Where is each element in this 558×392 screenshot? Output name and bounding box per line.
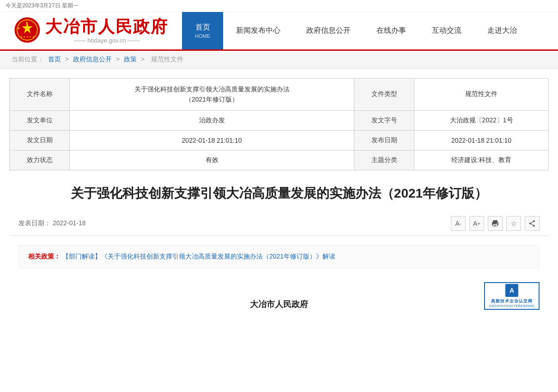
article-date: 发表日期： 2022-01-18 [18,219,86,228]
related-policy: 相关政策： 【部门解读】《关于强化科技创新支撑引领大冶高质量发展的实施办法（20… [18,245,540,268]
logo-text-block: 大冶市人民政府 —— hbdaye.gov.cn —— [45,18,168,44]
value-status: 有效 [70,150,354,170]
article-title: 关于强化科技创新支撑引领大冶高质量发展的实施办法（2021年修订版） [18,184,540,202]
article-meta: 发表日期： 2022-01-18 A- A+ ☆ [9,211,549,236]
nav-label-about: 走进大治 [487,26,517,36]
table-row-issuer: 发文单位 治政办发 发文字号 大治政规〔2022〕1号 [10,110,549,130]
table-row-status: 效力状态 有效 主题分类 经济建设:科技、教育 [10,150,549,170]
svg-point-13 [533,220,535,222]
nav-item-info[interactable]: 政府信息公开 [293,12,364,49]
label-topic: 主题分类 [354,150,414,170]
bookmark-button[interactable]: ☆ [506,216,521,231]
breadcrumb-policy[interactable]: 政策 [124,55,137,63]
breadcrumb-govinfo[interactable]: 政府信息公开 [73,55,112,63]
nav-label-news: 新闻发布中心 [236,26,280,36]
value-docnumber: 大治政规〔2022〕1号 [414,110,549,130]
value-issuer: 治政办发 [70,110,354,130]
main-content: 文件名称 关于强化科技创新支撑引领大冶高质量发展的实施办法（2021年修订版） … [0,69,558,324]
svg-rect-11 [494,225,496,226]
nav-label-service: 在线办事 [376,26,406,36]
font-decrease-button[interactable]: A- [451,216,466,231]
sponsor-box-inner: A 高新技术企业认定网 GAOXINJISHUYERENDING [489,284,534,308]
breadcrumb-home[interactable]: 首页 [48,55,61,63]
sponsor-text: 高新技术企业认定网 [491,298,533,304]
font-increase-button[interactable]: A+ [469,216,484,231]
svg-line-16 [531,222,533,223]
value-filename: 关于强化科技创新支撑引领大冶高质量发展的实施办法（2021年修订版） [70,78,354,111]
label-issuedate: 发文日期 [10,130,70,150]
nav-label-info: 政府信息公开 [306,26,351,36]
sponsor-logo: A 高新技术企业认定网 GAOXINJISHUYERENDING [484,282,540,310]
breadcrumb-current: 规范性文件 [151,55,183,63]
nav-label-home: 首页 [195,23,210,32]
sponsor-icon: A [505,284,518,297]
nav-item-news[interactable]: 新闻发布中心 [223,12,293,49]
svg-rect-10 [494,225,497,225]
breadcrumb-sep2: > [116,55,121,63]
value-filetype: 规范性文件 [414,78,549,111]
related-link[interactable]: 【部门解读】《关于强化科技创新支撑引领大冶高质量发展的实施办法（2021年修订版… [62,253,335,260]
breadcrumb-sep1: > [65,55,71,63]
top-bar: 今天是2023年3月27日 星期一 [0,0,558,12]
date-label: 发表日期： [18,219,51,227]
print-button[interactable] [488,216,503,231]
label-docnumber: 发文字号 [354,110,414,130]
label-pubdate: 发布日期 [354,130,414,150]
logo-sub-text: —— hbdaye.gov.cn —— [45,37,168,44]
logo-title: ✦ ✦ ✦ ✦ ✦ 大冶市人民政府 —— hbdaye.gov.cn —— [14,17,168,45]
header: ✦ ✦ ✦ ✦ ✦ 大冶市人民政府 —— hbdaye.gov.cn —— 首页… [0,12,558,51]
datetime-label: 今天是2023年3月27日 星期一 [6,2,79,9]
breadcrumb-sep3: > [141,55,146,63]
nav-item-interact[interactable]: 互动交流 [419,12,474,49]
label-filename: 文件名称 [10,78,70,111]
logo-main-text: 大冶市人民政府 [45,18,168,36]
nav-sub-home: HOME [195,33,210,39]
nav-label-interact: 互动交流 [432,26,461,36]
label-filetype: 文件类型 [354,78,414,111]
sponsor-box: A 高新技术企业认定网 GAOXINJISHUYERENDING [484,282,540,310]
main-nav: 首页 HOME 新闻发布中心 政府信息公开 在线办事 互动交流 走进大治 [182,12,558,49]
breadcrumb-prefix: 当前位置： [12,55,44,63]
logo-emblem: ✦ ✦ ✦ ✦ ✦ [14,17,41,45]
nav-item-home[interactable]: 首页 HOME [182,12,223,49]
logo-area: ✦ ✦ ✦ ✦ ✦ 大冶市人民政府 —— hbdaye.gov.cn —— [0,12,182,49]
svg-point-12 [497,223,497,223]
share-button[interactable] [525,216,540,231]
info-table: 文件名称 关于强化科技创新支撑引领大冶高质量发展的实施办法（2021年修订版） … [9,78,549,170]
label-status: 效力状态 [10,150,70,170]
value-issuedate: 2022-01-18 21:01:10 [70,130,354,150]
nav-item-service[interactable]: 在线办事 [364,12,419,49]
value-topic: 经济建设:科技、教育 [414,150,549,170]
date-value: 2022-01-18 [53,219,86,227]
publisher-section: 大冶市人民政府 A 高新技术企业认定网 GAOXINJISHUYERENDING [9,277,549,314]
article-tools: A- A+ ☆ [451,216,540,231]
value-pubdate: 2022-01-18 21:01:10 [414,130,549,150]
svg-line-17 [531,224,533,225]
table-row-filename: 文件名称 关于强化科技创新支撑引领大冶高质量发展的实施办法（2021年修订版） … [10,78,549,111]
sponsor-sub-text: GAOXINJISHUYERENDING [489,304,534,308]
label-issuer: 发文单位 [10,110,70,130]
table-row-date: 发文日期 2022-01-18 21:01:10 发布日期 2022-01-18… [10,130,549,150]
nav-item-about[interactable]: 走进大治 [474,12,530,49]
breadcrumb: 当前位置： 首页 > 政府信息公开 > 政策 > 规范性文件 [0,51,558,69]
svg-text:✦ ✦ ✦ ✦ ✦: ✦ ✦ ✦ ✦ ✦ [20,36,35,38]
svg-point-15 [533,225,535,227]
related-label: 相关政策： [28,253,61,260]
publisher-name: 大冶市人民政府 [192,299,366,310]
svg-point-14 [529,223,531,224]
